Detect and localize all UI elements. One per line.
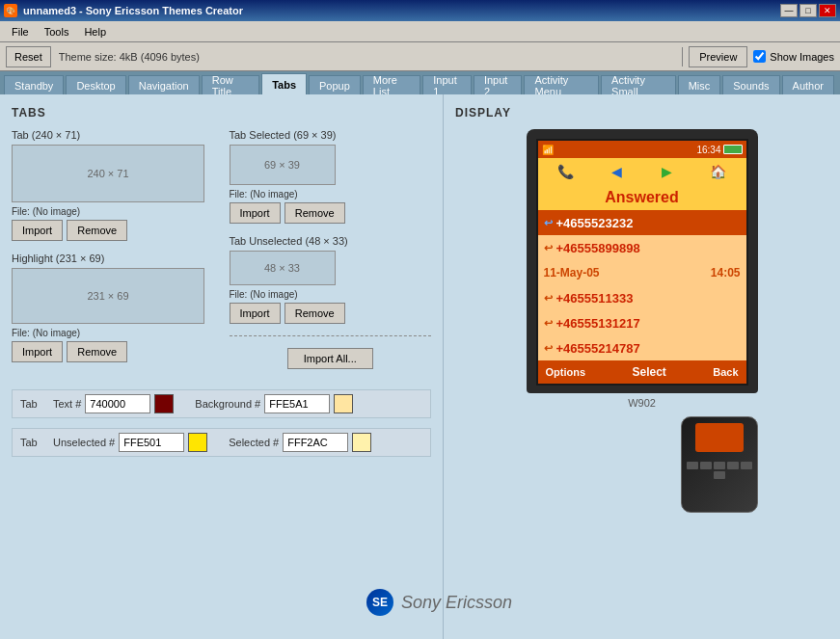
tab-selected-import-button[interactable]: Import xyxy=(230,202,281,224)
tab-row-title[interactable]: Row Title xyxy=(202,75,259,94)
highlight-image-label: Highlight (231 × 69) xyxy=(12,253,214,264)
tab-navigation[interactable]: Navigation xyxy=(128,75,200,94)
show-images-checkbox[interactable] xyxy=(753,50,766,63)
tab-more-list[interactable]: More List xyxy=(363,75,420,94)
tab-file-label: File: (No image) xyxy=(12,206,214,217)
call-list: ↩ +4655523232 ↩ +46555899898 11-May-05 1… xyxy=(538,210,746,360)
highlight-import-button[interactable]: Import xyxy=(12,341,63,362)
tab-selected-placeholder: 69 × 39 xyxy=(230,145,336,185)
tab-image-label: Tab (240 × 71) xyxy=(12,129,214,141)
bg-color-input[interactable] xyxy=(264,394,330,413)
footer: SE Sony Ericsson xyxy=(366,589,512,616)
text-color-swatch[interactable] xyxy=(154,394,174,413)
theme-size-label: Theme size: 4kB (4096 bytes) xyxy=(59,51,200,63)
color-row-1-label: Tab xyxy=(20,398,47,410)
call-arrow-2: ↩ xyxy=(544,242,553,254)
tab-unselected-placeholder: 48 × 33 xyxy=(230,251,336,285)
selected-color-input[interactable] xyxy=(283,433,348,452)
home-icon: 🏠 xyxy=(707,161,728,182)
tab-remove-button[interactable]: Remove xyxy=(67,220,127,241)
show-images-label: Show Images xyxy=(770,51,834,63)
status-right: 16:34 xyxy=(696,145,742,155)
tab-popup[interactable]: Popup xyxy=(309,75,361,94)
call-item-2: ↩ +46555899898 xyxy=(538,235,746,260)
text-color-input[interactable] xyxy=(85,394,150,413)
tab-author[interactable]: Author xyxy=(782,75,834,94)
close-button[interactable]: ✕ xyxy=(819,4,836,17)
tab-selected-label: Tab Selected (69 × 39) xyxy=(230,129,432,141)
highlight-file-label: File: (No image) xyxy=(12,328,214,338)
softkey-options: Options xyxy=(546,366,586,378)
answered-text: Answered xyxy=(605,189,678,205)
tab-image-placeholder: 240 × 71 xyxy=(12,145,204,202)
screen-time: 16:34 xyxy=(696,145,720,155)
tab-activity-small[interactable]: Activity Small xyxy=(601,75,676,94)
tab-unselected-import-button[interactable]: Import xyxy=(230,303,281,324)
toolbar: Reset Theme size: 4kB (4096 bytes) Previ… xyxy=(0,42,840,71)
softkey-back: Back xyxy=(713,366,738,378)
screen-statusbar: 📶 16:34 xyxy=(538,141,746,158)
tab-unselected-remove-button[interactable]: Remove xyxy=(285,303,345,324)
tab-import-button[interactable]: Import xyxy=(12,220,63,241)
preview-button[interactable]: Preview xyxy=(689,46,747,67)
call-item-1: ↩ +4655523232 xyxy=(538,210,746,235)
bg-color-label: Background # xyxy=(195,398,260,410)
tab-standby[interactable]: Standby xyxy=(4,75,64,94)
softkey-select: Select xyxy=(632,365,665,379)
call-arrow-4: ↩ xyxy=(544,317,553,330)
highlight-remove-button[interactable]: Remove xyxy=(67,341,127,362)
call-item-5: ↩ +46555214787 xyxy=(538,335,746,360)
unselected-color-label: Unselected # xyxy=(53,437,115,448)
menu-bar: File Tools Help xyxy=(0,21,840,42)
reset-button[interactable]: Reset xyxy=(6,46,51,67)
phone-container: 📶 16:34 📞 ◀ ▶ 🏠 xyxy=(527,129,758,513)
tab-navigation: Standby Desktop Navigation Row Title Tab… xyxy=(0,71,840,94)
tab-input2[interactable]: Input 2 xyxy=(474,75,523,94)
color-row-1: Tab Text # Background # xyxy=(12,389,431,418)
menu-file[interactable]: File xyxy=(4,24,37,40)
tab-sounds[interactable]: Sounds xyxy=(722,75,779,94)
battery-icon xyxy=(723,145,743,154)
color-rows: Tab Text # Background # Tab Unselected # xyxy=(12,389,431,457)
app-icon: 🎨 xyxy=(4,4,17,17)
left-panel-title: TABS xyxy=(12,106,431,120)
phone-icon: 📞 xyxy=(555,161,577,182)
tab-selected-file-label: File: (No image) xyxy=(230,189,432,200)
menu-help[interactable]: Help xyxy=(76,24,114,40)
unselected-color-input[interactable] xyxy=(119,433,184,452)
se-logo: SE xyxy=(366,589,393,616)
selected-color-swatch[interactable] xyxy=(352,433,371,452)
call-arrow-5: ↩ xyxy=(544,342,553,355)
phone-label: W902 xyxy=(628,397,656,409)
tab-input1[interactable]: Input 1 xyxy=(422,75,472,94)
tab-misc[interactable]: Misc xyxy=(678,75,721,94)
tab-selected-remove-button[interactable]: Remove xyxy=(285,202,345,224)
highlight-image-placeholder: 231 × 69 xyxy=(12,268,204,324)
main-content: TABS Tab (240 × 71) 240 × 71 File: (No i… xyxy=(0,94,840,639)
call-arrow-1: ↩ xyxy=(544,217,553,229)
screen-header: Answered xyxy=(538,185,746,210)
phone-screen: 📶 16:34 📞 ◀ ▶ 🏠 xyxy=(536,139,748,386)
screen-softkeys: Options Select Back xyxy=(538,360,746,384)
tab-desktop[interactable]: Desktop xyxy=(66,75,125,94)
tab-tabs[interactable]: Tabs xyxy=(261,73,307,94)
status-left: 📶 xyxy=(542,145,554,155)
phone-screen-wrapper: 📶 16:34 📞 ◀ ▶ 🏠 xyxy=(527,129,758,393)
minimize-button[interactable]: — xyxy=(780,4,798,17)
show-images-checkbox-group: Show Images xyxy=(753,50,834,63)
screen-toolbar: 📞 ◀ ▶ 🏠 xyxy=(538,158,746,185)
menu-tools[interactable]: Tools xyxy=(37,24,77,40)
title-bar-text: unnamed3 - Sony Ericsson Themes Creator xyxy=(23,5,243,16)
maximize-button[interactable]: □ xyxy=(799,4,817,17)
display-title: DISPLAY xyxy=(455,106,511,120)
color-row-2: Tab Unselected # Selected # xyxy=(12,428,431,457)
unselected-color-swatch[interactable] xyxy=(188,433,207,452)
tab-activity-menu[interactable]: Activity Menu xyxy=(524,75,599,94)
tab-unselected-label: Tab Unselected (48 × 33) xyxy=(230,235,432,247)
bg-color-swatch[interactable] xyxy=(334,394,353,413)
call-item-4: ↩ +46555131217 xyxy=(538,310,746,335)
import-all-button[interactable]: Import All... xyxy=(287,348,373,369)
call-item-3: ↩ +4655511333 xyxy=(538,285,746,310)
text-color-label: Text # xyxy=(53,398,81,410)
color-row-2-label: Tab xyxy=(20,437,47,448)
